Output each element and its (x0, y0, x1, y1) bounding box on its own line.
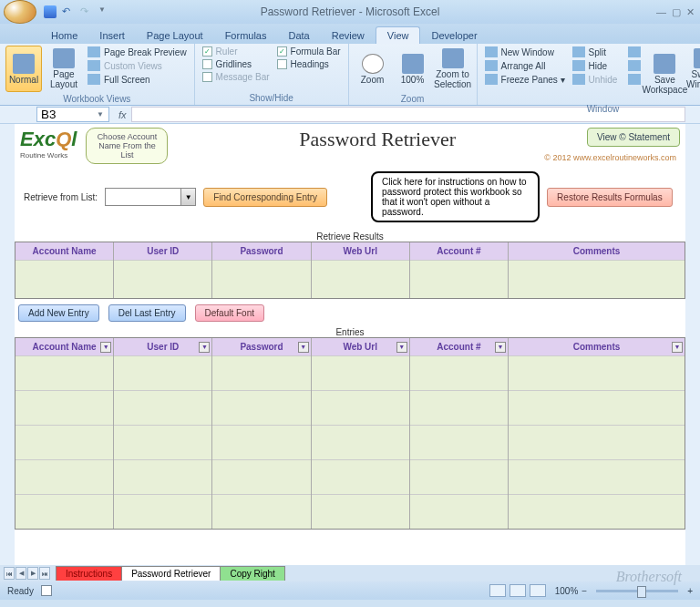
sync-scroll-button[interactable] (626, 59, 643, 72)
tab-view[interactable]: View (376, 26, 421, 44)
close-icon[interactable]: ✕ (686, 6, 695, 18)
normal-view-button[interactable]: Normal (5, 46, 42, 92)
td[interactable] (15, 390, 113, 425)
unhide-button[interactable]: Unhide (571, 73, 620, 86)
filter-dropdown-icon[interactable]: ▼ (396, 342, 407, 353)
first-sheet-icon[interactable]: ⏮ (4, 567, 15, 580)
td[interactable] (410, 390, 508, 425)
hide-button[interactable]: Hide (571, 59, 620, 72)
zoom-slider[interactable] (596, 590, 678, 592)
normal-view-icon[interactable] (489, 584, 506, 597)
message-bar-checkbox[interactable]: Message Bar (201, 71, 272, 83)
td[interactable] (509, 425, 685, 459)
ruler-checkbox[interactable]: ✓Ruler (201, 46, 272, 57)
filter-dropdown-icon[interactable]: ▼ (672, 342, 683, 353)
tab-data[interactable]: Data (277, 27, 320, 44)
td[interactable] (15, 494, 113, 529)
td[interactable] (15, 355, 113, 390)
zoom-button[interactable]: Zoom (355, 46, 391, 92)
td[interactable] (212, 494, 310, 529)
td[interactable] (312, 459, 409, 494)
td[interactable] (15, 260, 113, 298)
td[interactable] (114, 494, 211, 529)
del-entry-button[interactable]: Del Last Entry (108, 304, 186, 322)
page-layout-view-icon[interactable] (510, 584, 526, 597)
new-window-button[interactable]: New Window (483, 46, 567, 58)
filter-dropdown-icon[interactable]: ▼ (298, 342, 309, 353)
full-screen-button[interactable]: Full Screen (86, 73, 189, 86)
split-button[interactable]: Split (571, 46, 620, 58)
td[interactable] (312, 355, 409, 390)
td[interactable] (212, 459, 310, 494)
page-layout-button[interactable]: Page Layout (46, 46, 82, 92)
td[interactable] (15, 425, 113, 459)
undo-icon[interactable]: ↶ (62, 5, 75, 18)
zoom-selection-button[interactable]: Zoom to Selection (435, 46, 471, 92)
td[interactable] (114, 459, 211, 494)
filter-dropdown-icon[interactable]: ▼ (199, 342, 210, 353)
tab-review[interactable]: Review (321, 27, 376, 44)
td[interactable] (312, 425, 409, 459)
td[interactable] (114, 355, 211, 390)
arrange-all-button[interactable]: Arrange All (483, 59, 567, 72)
tab-insert[interactable]: Insert (88, 27, 136, 44)
chevron-down-icon[interactable]: ▼ (180, 189, 195, 205)
switch-windows-button[interactable]: Switch Windows ▾ (686, 46, 700, 102)
zoom-in-icon[interactable]: + (687, 586, 693, 596)
freeze-panes-button[interactable]: Freeze Panes ▾ (483, 73, 567, 86)
td[interactable] (410, 260, 508, 298)
page-break-view-icon[interactable] (530, 584, 546, 597)
tab-page-layout[interactable]: Page Layout (136, 27, 214, 44)
add-entry-button[interactable]: Add New Entry (18, 304, 99, 322)
gridlines-checkbox[interactable]: Gridlines (201, 58, 272, 70)
redo-icon[interactable]: ↷ (80, 5, 93, 18)
td[interactable] (410, 494, 508, 529)
tab-home[interactable]: Home (40, 27, 88, 44)
td[interactable] (410, 355, 508, 390)
td[interactable] (312, 260, 409, 298)
reset-pos-button[interactable] (626, 73, 643, 86)
page-break-preview-button[interactable]: Page Break Preview (86, 46, 189, 58)
save-icon[interactable] (44, 5, 57, 18)
side-by-side-button[interactable] (626, 46, 643, 58)
headings-checkbox[interactable]: Headings (275, 58, 343, 70)
instructions-box[interactable]: Click here for instructions on how to pa… (371, 171, 540, 222)
td[interactable] (312, 494, 409, 529)
zoom-out-icon[interactable]: − (582, 586, 587, 596)
last-sheet-icon[interactable]: ⏭ (39, 567, 50, 580)
td[interactable] (509, 390, 685, 425)
sheet-tab-password-retriever[interactable]: Password Retriever (121, 566, 221, 581)
macro-record-icon[interactable] (41, 585, 52, 596)
td[interactable] (114, 425, 211, 459)
td[interactable] (509, 260, 685, 298)
td[interactable] (312, 390, 409, 425)
td[interactable] (509, 459, 685, 494)
minimize-icon[interactable]: — (656, 6, 666, 18)
sheet-tab-instructions[interactable]: Instructions (56, 566, 122, 581)
view-statement-button[interactable]: View © Statement (587, 128, 680, 147)
maximize-icon[interactable]: ▢ (672, 6, 681, 18)
td[interactable] (410, 459, 508, 494)
qat-dropdown-icon[interactable]: ▼ (98, 5, 111, 18)
sheet-tab-copy-right[interactable]: Copy Right (220, 566, 284, 581)
td[interactable] (212, 260, 310, 298)
td[interactable] (212, 425, 310, 459)
fx-icon[interactable]: fx (118, 109, 127, 120)
save-workspace-button[interactable]: Save Workspace (646, 46, 683, 102)
namebox-dropdown-icon[interactable]: ▼ (97, 110, 104, 118)
restore-formulas-button[interactable]: Restore Results Formulas (547, 188, 673, 207)
td[interactable] (114, 260, 211, 298)
custom-views-button[interactable]: Custom Views (86, 59, 189, 72)
office-button[interactable] (4, 0, 36, 24)
td[interactable] (509, 355, 685, 390)
filter-dropdown-icon[interactable]: ▼ (100, 342, 111, 353)
td[interactable] (212, 355, 310, 390)
td[interactable] (509, 494, 685, 529)
formula-bar-checkbox[interactable]: ✓Formula Bar (275, 46, 343, 57)
td[interactable] (212, 390, 310, 425)
retrieve-combo[interactable]: ▼ (105, 188, 196, 206)
tab-formulas[interactable]: Formulas (214, 27, 278, 44)
td[interactable] (15, 459, 113, 494)
tab-developer[interactable]: Developer (420, 27, 488, 44)
td[interactable] (114, 390, 211, 425)
